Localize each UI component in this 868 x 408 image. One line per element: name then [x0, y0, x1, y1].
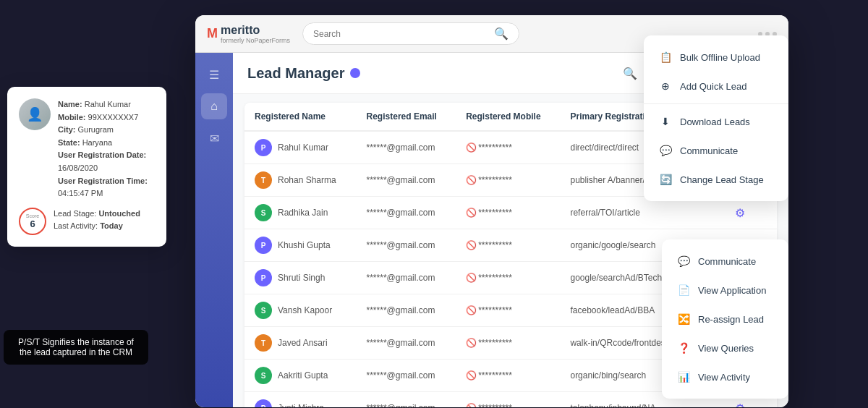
lead-card-header: 👤 Name: Rahul Kumar Mobile: 99XXXXXXX7 C…	[19, 98, 155, 200]
cell-mobile-8: 🚫**********	[456, 392, 560, 408]
cell-name-text-6: Javed Ansari	[278, 338, 328, 348]
blocked-icon-0: 🚫	[466, 143, 477, 153]
cell-name-5: S Vansh Kapoor	[244, 294, 357, 327]
lead-info: Name: Rahul Kumar Mobile: 99XXXXXXX7 Cit…	[58, 98, 155, 200]
cell-email-1: ******@gmail.com	[357, 164, 456, 197]
action-gear-2[interactable]: ⚙	[735, 207, 745, 219]
mobile-value: 99XXXXXXX7	[88, 113, 139, 122]
name-badge-4: P	[255, 269, 272, 286]
view-queries-label: View Queries	[698, 343, 754, 354]
row-communicate-item[interactable]: 💬 Communicate	[662, 247, 788, 276]
reg-date-label: User Registration Date:	[58, 150, 146, 159]
blocked-icon-4: 🚫	[466, 273, 477, 283]
change-stage-icon: 🔄	[658, 172, 673, 187]
view-queries-item[interactable]: ❓ View Queries	[662, 333, 788, 362]
title-status-dot	[350, 68, 360, 78]
city-value: Gurugram	[78, 125, 114, 134]
cell-name-text-3: Khushi Gupta	[278, 240, 331, 250]
cell-email-2: ******@gmail.com	[357, 197, 456, 229]
view-app-icon: 📄	[676, 283, 691, 297]
download-icon: ⬇	[658, 114, 673, 129]
add-lead-icon: ⊕	[658, 79, 673, 93]
name-badge-2: S	[255, 204, 272, 221]
table-row: S Radhika Jain ******@gmail.com 🚫*******…	[244, 197, 777, 229]
cell-mobile-5: 🚫**********	[456, 294, 560, 327]
cell-email-3: ******@gmail.com	[357, 229, 456, 262]
cell-name-text-7: Aakriti Gupta	[278, 370, 328, 381]
sidebar: ☰ ⌂ ✉	[195, 53, 233, 407]
row-communicate-icon: 💬	[676, 254, 691, 268]
tooltip-box: P/S/T Signifies the instance of the lead…	[4, 330, 148, 365]
cell-name-0: P Rahul Kumar	[244, 131, 357, 164]
cell-mobile-4: 🚫**********	[456, 262, 560, 294]
blocked-icon-3: 🚫	[466, 240, 477, 250]
logo-sub: formerly NoPaperForms	[221, 37, 290, 44]
name-badge-5: S	[255, 302, 272, 319]
communicate-icon: 💬	[658, 143, 673, 158]
blocked-icon-7: 🚫	[466, 370, 477, 381]
state-label: State:	[58, 138, 80, 147]
search-bar[interactable]: 🔍	[302, 22, 519, 45]
view-activity-item[interactable]: 📊 View Activity	[662, 362, 788, 391]
col-registered-mobile: Registered Mobile	[456, 103, 560, 131]
dropdown-divider-1	[644, 103, 788, 104]
cell-name-1: T Rohan Sharma	[244, 164, 357, 197]
name-badge-8: P	[255, 399, 272, 407]
change-lead-stage-item[interactable]: 🔄 Change Lead Stage	[644, 165, 788, 194]
blocked-icon-6: 🚫	[466, 338, 477, 348]
name-badge-6: T	[255, 334, 272, 352]
blocked-icon-2: 🚫	[466, 208, 477, 218]
cell-mobile-1: 🚫**********	[456, 164, 560, 197]
logo-m-icon: M	[207, 26, 218, 41]
cell-name-text-2: Radhika Jain	[278, 208, 328, 218]
add-quick-lead-item[interactable]: ⊕ Add Quick Lead	[644, 72, 788, 101]
download-leads-item[interactable]: ⬇ Download Leads	[644, 107, 788, 136]
search-input[interactable]	[313, 29, 488, 39]
cell-action-2[interactable]: ⚙	[725, 197, 777, 229]
bulk-upload-icon: 📋	[658, 50, 673, 64]
sidebar-home[interactable]: ⌂	[201, 93, 227, 119]
city-label: City:	[58, 125, 75, 134]
cell-email-0: ******@gmail.com	[357, 131, 456, 164]
reg-time-value: 04:15:47 PM	[58, 189, 103, 197]
blocked-icon-1: 🚫	[466, 175, 477, 185]
bulk-actions-dropdown: 📋 Bulk Offline Upload ⊕ Add Quick Lead ⬇…	[644, 35, 788, 201]
sidebar-hamburger[interactable]: ☰	[201, 61, 227, 88]
name-badge-0: P	[255, 139, 272, 156]
cell-name-3: P Khushi Gupta	[244, 229, 357, 262]
row-communicate-label: Communicate	[698, 256, 756, 267]
cell-name-6: T Javed Ansari	[244, 327, 357, 360]
sidebar-mail[interactable]: ✉	[201, 125, 227, 151]
page-title: Lead Manager	[247, 65, 360, 82]
communicate-item[interactable]: 💬 Communicate	[644, 136, 788, 165]
search-icon: 🔍	[494, 27, 509, 41]
view-application-item[interactable]: 📄 View Application	[662, 276, 788, 305]
name-value: Rahul Kumar	[85, 100, 131, 109]
stage-value: Untouched	[98, 209, 140, 218]
change-lead-stage-label: Change Lead Stage	[680, 174, 764, 185]
score-circle: Score 6	[19, 208, 46, 235]
cell-email-8: ******@gmail.com	[357, 392, 456, 408]
action-gear-8[interactable]: ⚙	[735, 402, 745, 408]
state-value: Haryana	[82, 138, 113, 147]
cell-name-text-1: Rohan Sharma	[278, 175, 336, 185]
mobile-label: Mobile:	[58, 113, 86, 122]
add-quick-lead-label: Add Quick Lead	[680, 81, 747, 92]
reassign-icon: 🔀	[676, 312, 691, 326]
score-label: Score	[26, 213, 39, 218]
cell-mobile-3: 🚫**********	[456, 229, 560, 262]
cell-email-4: ******@gmail.com	[357, 262, 456, 294]
reg-date-value: 16/08/2020	[58, 163, 98, 172]
name-label: Name:	[58, 100, 82, 109]
bulk-offline-upload-item[interactable]: 📋 Bulk Offline Upload	[644, 43, 788, 72]
search-button[interactable]: 🔍	[618, 61, 642, 85]
reassign-lead-item[interactable]: 🔀 Re-assign Lead	[662, 305, 788, 333]
bulk-offline-upload-label: Bulk Offline Upload	[680, 52, 760, 63]
cell-name-4: P Shruti Singh	[244, 262, 357, 294]
lead-footer: Score 6 Lead Stage: Untouched Last Activ…	[19, 208, 155, 235]
reg-time-label: User Registration Time:	[58, 177, 148, 185]
view-application-label: View Application	[698, 285, 766, 296]
avatar: 👤	[19, 98, 51, 130]
blocked-icon-5: 🚫	[466, 305, 477, 315]
cell-name-2: S Radhika Jain	[244, 197, 357, 229]
